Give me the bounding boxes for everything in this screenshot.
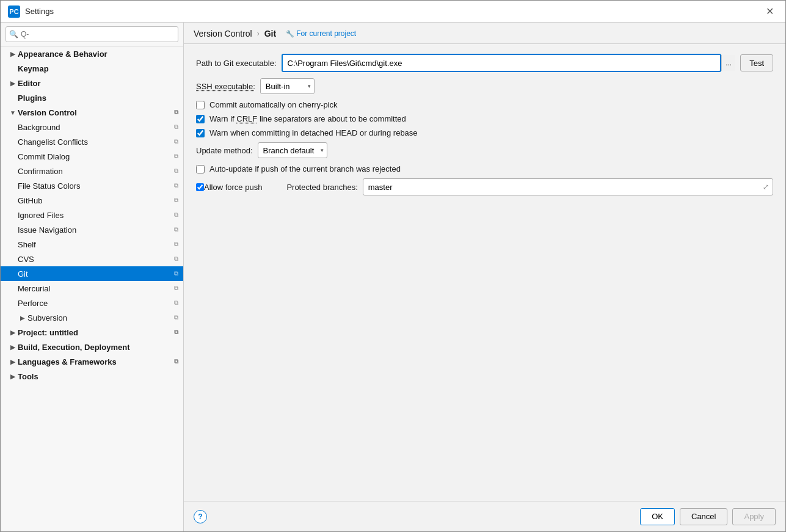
protected-branches-input[interactable] — [363, 179, 759, 195]
page-settings-icon: ⧉ — [174, 123, 178, 131]
app-icon: PC — [8, 5, 20, 18]
detached-head-label: Warn when committing in detached HEAD or… — [209, 128, 418, 137]
crlf-label: Warn if CRLF line separators are about t… — [209, 114, 406, 123]
sidebar-item-label: GitHub — [18, 196, 172, 205]
sidebar-item-label: File Status Colors — [18, 181, 172, 191]
window-title: Settings — [25, 7, 761, 16]
sidebar-item-label: Mercurial — [18, 284, 172, 293]
protected-branches-label: Protected branches: — [286, 183, 357, 192]
page-settings-icon: ⧉ — [174, 153, 178, 160]
auto-update-row: Auto-update if push of the current branc… — [196, 164, 773, 173]
sidebar-item-appearance[interactable]: ▶ Appearance & Behavior — [1, 46, 183, 61]
sidebar-item-issue-navigation[interactable]: Issue Navigation ⧉ — [1, 222, 183, 237]
update-method-row: Update method: Branch default Merge Reba… — [196, 142, 773, 158]
update-method-dropdown[interactable]: Branch default Merge Rebase — [258, 142, 327, 158]
help-button[interactable]: ? — [194, 510, 207, 523]
test-button[interactable]: Test — [740, 54, 773, 71]
sidebar-item-changelist-conflicts[interactable]: Changelist Conflicts ⧉ — [1, 134, 183, 149]
crlf-underline: CRLF — [236, 114, 257, 123]
sidebar-item-git[interactable]: Git ⧉ — [1, 266, 183, 281]
force-push-checkbox[interactable] — [196, 183, 204, 191]
sidebar-item-label: Tools — [18, 372, 178, 381]
expand-spacer — [8, 64, 18, 73]
cancel-button[interactable]: Cancel — [680, 508, 727, 525]
sidebar-item-label: Git — [18, 269, 172, 279]
sidebar-item-subversion[interactable]: ▶ Subversion ⧉ — [1, 310, 183, 325]
page-settings-icon: ⧉ — [174, 109, 178, 116]
close-button[interactable]: ✕ — [761, 3, 778, 20]
path-label: Path to Git executable: — [196, 59, 277, 68]
sidebar-item-label: Plugins — [18, 93, 178, 103]
update-method-label: Update method: — [196, 146, 253, 155]
search-input[interactable] — [5, 26, 178, 42]
current-page-title: Git — [264, 29, 276, 38]
page-settings-icon: ⧉ — [174, 167, 178, 175]
browse-button[interactable]: ... — [721, 55, 735, 71]
breadcrumb-arrow: › — [257, 29, 260, 38]
detached-head-checkbox[interactable] — [196, 129, 205, 137]
sidebar-item-build[interactable]: ▶ Build, Execution, Deployment — [1, 340, 183, 354]
page-settings-icon: ⧉ — [174, 197, 178, 204]
for-current-project-link[interactable]: For current project — [286, 29, 356, 38]
page-settings-icon: ⧉ — [174, 358, 178, 365]
sidebar-item-mercurial[interactable]: Mercurial ⧉ — [1, 281, 183, 296]
protected-input-wrap: ⤢ — [363, 178, 773, 195]
apply-button[interactable]: Apply — [732, 508, 776, 525]
sidebar-item-plugins[interactable]: Plugins — [1, 90, 183, 105]
force-push-row: Allow force push Protected branches: ⤢ — [196, 178, 773, 195]
auto-update-label: Auto-update if push of the current branc… — [209, 164, 401, 173]
title-bar: PC Settings ✕ — [1, 1, 785, 23]
path-to-git-row: Path to Git executable: ... Test — [196, 54, 773, 72]
expand-icon: ▶ — [18, 313, 27, 322]
sidebar-item-version-control[interactable]: ▼ Version Control ⧉ — [1, 105, 183, 120]
page-settings-icon: ⧉ — [174, 138, 178, 145]
crlf-row: Warn if CRLF line separators are about t… — [196, 114, 773, 123]
sidebar-item-label: Build, Execution, Deployment — [18, 343, 178, 352]
sidebar-item-label: Shelf — [18, 240, 172, 249]
sidebar-item-cvs[interactable]: CVS ⧉ — [1, 252, 183, 266]
expand-icon: ▼ — [8, 107, 18, 117]
page-settings-icon: ⧉ — [174, 255, 178, 263]
sidebar-item-languages[interactable]: ▶ Languages & Frameworks ⧉ — [1, 354, 183, 369]
expand-icon: ▶ — [8, 342, 18, 352]
main-content: 🔍 ▶ Appearance & Behavior Keymap ▶ Edito… — [1, 23, 785, 531]
sidebar-item-shelf[interactable]: Shelf ⧉ — [1, 237, 183, 252]
path-input[interactable] — [283, 55, 721, 71]
auto-update-checkbox[interactable] — [196, 165, 205, 173]
sidebar-item-tools[interactable]: ▶ Tools — [1, 369, 183, 384]
page-settings-icon: ⧉ — [174, 314, 178, 321]
sidebar-item-label: CVS — [18, 255, 172, 264]
ok-button[interactable]: OK — [640, 508, 675, 525]
page-settings-icon: ⧉ — [174, 226, 178, 233]
sidebar-item-label: Subversion — [27, 313, 172, 322]
cherry-pick-checkbox[interactable] — [196, 101, 205, 109]
expand-icon: ▶ — [8, 371, 18, 381]
bottom-bar: ? OK Cancel Apply — [184, 501, 785, 531]
sidebar-item-file-status-colors[interactable]: File Status Colors ⧉ — [1, 178, 183, 193]
sidebar-item-label: Keymap — [18, 64, 178, 73]
ssh-dropdown[interactable]: Built-in OpenSSH — [260, 78, 315, 94]
sidebar-item-label: Commit Dialog — [18, 152, 172, 161]
crlf-checkbox[interactable] — [196, 115, 205, 123]
sidebar-item-keymap[interactable]: Keymap — [1, 61, 183, 76]
sidebar-item-label: Issue Navigation — [18, 225, 172, 235]
sidebar-item-label: Project: untitled — [18, 328, 172, 337]
page-settings-icon: ⧉ — [174, 211, 178, 219]
sidebar: 🔍 ▶ Appearance & Behavior Keymap ▶ Edito… — [1, 23, 184, 531]
sidebar-item-label: Perforce — [18, 299, 172, 308]
expand-icon: ⤢ — [759, 183, 773, 191]
sidebar-item-ignored-files[interactable]: Ignored Files ⧉ — [1, 208, 183, 222]
sidebar-item-label: Editor — [18, 79, 178, 88]
sidebar-item-label: Changelist Conflicts — [18, 137, 172, 147]
sidebar-item-commit-dialog[interactable]: Commit Dialog ⧉ — [1, 149, 183, 164]
sidebar-item-confirmation[interactable]: Confirmation ⧉ — [1, 164, 183, 178]
search-icon: 🔍 — [9, 30, 18, 38]
sidebar-item-label: Version Control — [18, 108, 172, 117]
sidebar-item-perforce[interactable]: Perforce ⧉ — [1, 296, 183, 310]
sidebar-item-label: Background — [18, 123, 172, 132]
sidebar-item-editor[interactable]: ▶ Editor — [1, 76, 183, 90]
right-panel: Version Control › Git For current projec… — [184, 23, 785, 531]
sidebar-item-project[interactable]: ▶ Project: untitled ⧉ — [1, 325, 183, 340]
sidebar-item-background[interactable]: Background ⧉ — [1, 120, 183, 134]
sidebar-item-github[interactable]: GitHub ⧉ — [1, 193, 183, 208]
